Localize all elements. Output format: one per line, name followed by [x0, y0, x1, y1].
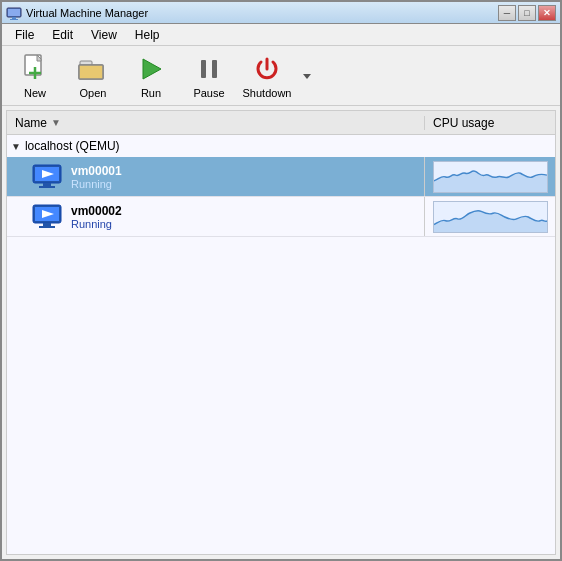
minimize-button[interactable]: ─: [498, 5, 516, 21]
svg-marker-14: [303, 74, 311, 79]
vm-cpu-graph-2: [425, 197, 555, 236]
vm-tree: ▼ localhost (QEMU): [7, 135, 555, 554]
sort-arrow-icon: ▼: [51, 117, 61, 128]
new-label: New: [24, 87, 46, 99]
svg-rect-12: [201, 60, 206, 78]
menu-view[interactable]: View: [82, 25, 126, 45]
menu-help[interactable]: Help: [126, 25, 169, 45]
toolbar: New Open Run: [2, 46, 560, 106]
new-button[interactable]: New: [8, 50, 62, 102]
vm-row-1[interactable]: vm00001 Running: [7, 157, 555, 197]
run-icon: [135, 53, 167, 85]
open-label: Open: [80, 87, 107, 99]
vm-status-1: Running: [71, 178, 122, 190]
vm-status-2: Running: [71, 218, 122, 230]
vm-row-1-info: vm00001 Running: [7, 157, 425, 196]
vm-name-1: vm00001: [71, 164, 122, 178]
vm-icon-2: [31, 201, 63, 233]
main-window: Virtual Machine Manager ─ □ ✕ File Edit …: [0, 0, 562, 561]
svg-rect-24: [39, 226, 55, 228]
vm-details-1: vm00001 Running: [71, 164, 122, 190]
svg-rect-19: [39, 186, 55, 188]
menu-edit[interactable]: Edit: [43, 25, 82, 45]
run-button[interactable]: Run: [124, 50, 178, 102]
svg-rect-3: [10, 19, 18, 20]
table-header: Name ▼ CPU usage: [7, 111, 555, 135]
pause-button[interactable]: Pause: [182, 50, 236, 102]
run-label: Run: [141, 87, 161, 99]
column-cpu: CPU usage: [425, 116, 555, 130]
column-name[interactable]: Name ▼: [7, 116, 425, 130]
vm-name-2: vm00002: [71, 204, 122, 218]
close-button[interactable]: ✕: [538, 5, 556, 21]
open-button[interactable]: Open: [66, 50, 120, 102]
titlebar: Virtual Machine Manager ─ □ ✕: [2, 2, 560, 24]
toolbar-dropdown[interactable]: [298, 50, 316, 102]
vm-row-2[interactable]: vm00002 Running: [7, 197, 555, 237]
vm-details-2: vm00002 Running: [71, 204, 122, 230]
svg-rect-23: [43, 223, 51, 226]
cpu-graph-1: [433, 161, 548, 193]
vm-icon-1: [31, 161, 63, 193]
group-chevron-icon: ▼: [11, 141, 21, 152]
shutdown-button[interactable]: Shutdown: [240, 50, 294, 102]
pause-icon: [193, 53, 225, 85]
titlebar-controls: ─ □ ✕: [498, 5, 556, 21]
app-icon: [6, 5, 22, 21]
menubar: File Edit View Help: [2, 24, 560, 46]
cpu-graph-2: [433, 201, 548, 233]
titlebar-left: Virtual Machine Manager: [6, 5, 148, 21]
group-localhost[interactable]: ▼ localhost (QEMU): [7, 135, 555, 157]
menu-file[interactable]: File: [6, 25, 43, 45]
pause-label: Pause: [193, 87, 224, 99]
shutdown-icon: [251, 53, 283, 85]
vm-row-2-info: vm00002 Running: [7, 197, 425, 236]
group-label: localhost (QEMU): [25, 139, 120, 153]
svg-rect-1: [8, 9, 20, 16]
maximize-button[interactable]: □: [518, 5, 536, 21]
svg-marker-11: [143, 59, 161, 79]
open-icon: [77, 53, 109, 85]
column-cpu-label: CPU usage: [433, 116, 494, 130]
window-title: Virtual Machine Manager: [26, 7, 148, 19]
column-name-label: Name: [15, 116, 47, 130]
main-content: Name ▼ CPU usage ▼ localhost (QEMU): [6, 110, 556, 555]
svg-rect-2: [12, 17, 16, 19]
svg-rect-10: [79, 65, 103, 79]
vm-cpu-graph-1: [425, 157, 555, 196]
svg-rect-18: [43, 183, 51, 186]
svg-rect-13: [212, 60, 217, 78]
new-icon: [19, 53, 51, 85]
shutdown-label: Shutdown: [243, 87, 292, 99]
